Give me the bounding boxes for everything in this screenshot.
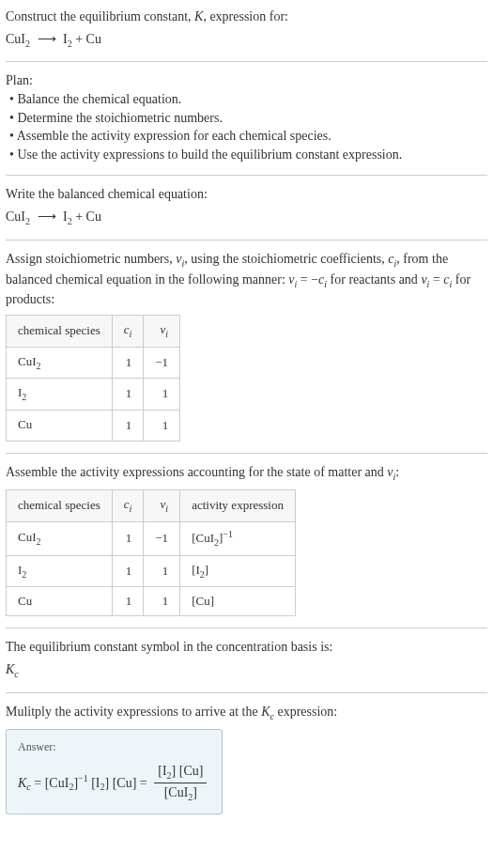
arrow-icon: ⟶ <box>38 209 56 224</box>
intro-line1: Construct the equilibrium constant, K, e… <box>6 8 487 26</box>
table-row: CuI2 1 −1 [CuI2]−1 <box>7 521 296 555</box>
stoich-table: chemical species ci νi CuI2 1 −1 I2 1 1 … <box>6 315 180 442</box>
plan-bullet-4: • Use the activity expressions to build … <box>9 146 487 164</box>
stoich-section: Assign stoichiometric numbers, νi, using… <box>6 250 487 455</box>
fraction: [I2] [Cu] [CuI2] <box>154 762 207 804</box>
col-c: ci <box>112 315 144 347</box>
answer-box: Answer: Kc = [CuI2]−1 [I2] [Cu] = [I2] [… <box>6 729 223 814</box>
numerator: [I2] [Cu] <box>154 762 207 783</box>
arrow-icon: ⟶ <box>38 32 56 46</box>
col-nu: νi <box>144 315 180 347</box>
plan-title: Plan: <box>6 71 487 90</box>
table-row: CuI2 1 −1 <box>7 347 180 379</box>
product-1: I2 <box>63 32 72 46</box>
symbol-section: The equilibrium constant symbol in the c… <box>6 638 487 692</box>
activity-paragraph: Assemble the activity expressions accoun… <box>6 463 487 484</box>
reactant: CuI2 <box>6 32 30 46</box>
table-row: I2 1 1 <box>7 379 180 411</box>
activity-table: chemical species ci νi activity expressi… <box>6 489 296 616</box>
plan-bullet-3: • Assemble the activity expression for e… <box>9 127 487 146</box>
table-header-row: chemical species ci νi <box>7 315 180 347</box>
product-2: Cu <box>86 32 101 46</box>
plan-bullet-2: • Determine the stoichiometric numbers. <box>9 109 487 128</box>
multiply-section: Mulitply the activity expressions to arr… <box>6 703 487 826</box>
col-activity: activity expression <box>180 490 296 522</box>
intro-section: Construct the equilibrium constant, K, e… <box>6 8 487 62</box>
stoich-paragraph: Assign stoichiometric numbers, νi, using… <box>6 250 487 309</box>
answer-expression: Kc = [CuI2]−1 [I2] [Cu] = [I2] [Cu] [CuI… <box>18 762 210 804</box>
table-row: Cu 1 1 <box>7 410 180 442</box>
kc-symbol: Kc <box>6 660 487 681</box>
answer-label: Answer: <box>18 739 210 755</box>
multiply-text: Mulitply the activity expressions to arr… <box>6 703 487 723</box>
k-symbol: K <box>194 9 203 23</box>
balanced-section: Write the balanced chemical equation: Cu… <box>6 185 487 240</box>
table-row: I2 1 1 [I2] <box>7 555 296 587</box>
balanced-equation: CuI2 ⟶ I2 + Cu <box>6 208 487 228</box>
col-species: chemical species <box>7 490 113 522</box>
intro-text: Construct the equilibrium constant, <box>6 9 194 23</box>
activity-section: Assemble the activity expressions accoun… <box>6 463 487 628</box>
balanced-title: Write the balanced chemical equation: <box>6 185 487 204</box>
intro-suffix: , expression for: <box>203 9 288 23</box>
col-species: chemical species <box>7 315 113 347</box>
table-row: Cu 1 1 [Cu] <box>7 587 296 616</box>
unbalanced-equation: CuI2 ⟶ I2 + Cu <box>6 30 487 51</box>
plan-bullet-1: • Balance the chemical equation. <box>9 90 487 109</box>
plan-section: Plan: • Balance the chemical equation. •… <box>6 71 487 176</box>
symbol-text: The equilibrium constant symbol in the c… <box>6 638 487 657</box>
denominator: [CuI2] <box>154 783 207 804</box>
table-header-row: chemical species ci νi activity expressi… <box>7 490 296 522</box>
